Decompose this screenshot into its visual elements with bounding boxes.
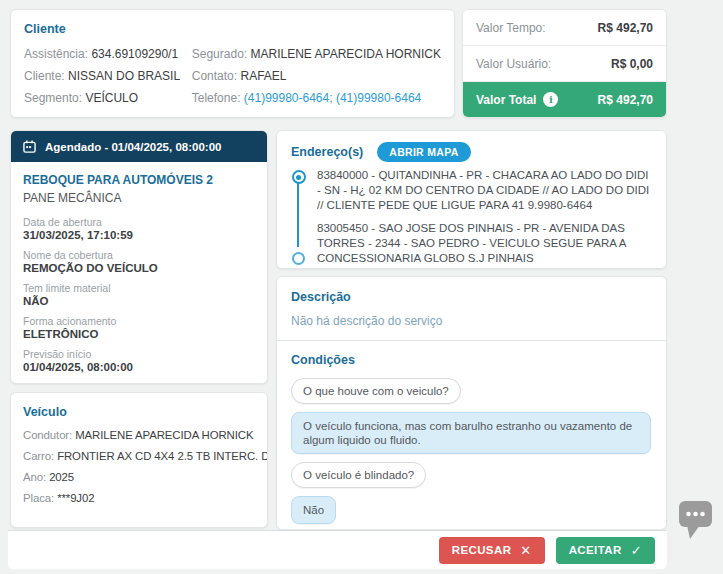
calendar-icon	[23, 140, 36, 153]
aceitar-button[interactable]: ACEITAR ✓	[556, 537, 655, 564]
chat-bubble-icon	[677, 499, 717, 541]
nome-cobertura-field: Nome da cobertura REMOÇÃO DO VEÍCULO	[23, 249, 255, 274]
valor-total-value: R$ 492,70	[598, 93, 653, 107]
ano-field: Ano: 2025	[23, 467, 255, 488]
enderecos-title: Endereço(s)	[291, 145, 363, 159]
assistencia-field: Assistência: 634.69109290/1	[24, 43, 192, 65]
servico-nome: REBOQUE PARA AUTOMÓVEIS 2	[23, 173, 255, 187]
descricao-empty-text: Não há descrição do serviço	[291, 314, 652, 328]
condicao-answer-chip: O veículo funciona, mas com barulho estr…	[291, 412, 651, 454]
servico-tipo: PANE MECÂNICA	[23, 191, 255, 205]
valor-tempo-row: Valor Tempo: R$ 492,70	[463, 10, 666, 46]
recusar-button[interactable]: RECUSAR ✕	[439, 537, 545, 564]
forma-acionamento-field: Forma acionamento ELETRÔNICO	[23, 315, 255, 340]
chat-button[interactable]	[677, 499, 717, 541]
descricao-condicoes-card: Descrição Não há descrição do serviço Co…	[276, 276, 667, 530]
close-icon: ✕	[520, 543, 531, 558]
check-icon: ✓	[631, 543, 642, 558]
condicoes-section: Condições O que houve com o veiculo? O v…	[277, 341, 666, 530]
limite-material-field: Tem limite material NÃO	[23, 282, 255, 307]
condicao-question-chip: O veículo é blindado?	[291, 462, 426, 488]
condutor-field: Condutor: MARILENE APARECIDA HORNICK	[23, 425, 255, 446]
cliente-field: Cliente: NISSAN DO BRASIL	[24, 65, 192, 87]
destination-point-icon	[292, 252, 305, 265]
action-footer: RECUSAR ✕ ACEITAR ✓	[8, 530, 667, 569]
segurado-field: Segurado: MARILENE APARECIDA HORNICK	[192, 43, 441, 65]
cliente-card: Cliente Assistência: 634.69109290/1 Clie…	[10, 9, 455, 118]
condicao-question-chip: O que houve com o veiculo?	[291, 378, 461, 404]
valor-total-row: Valor Total i R$ 492,70	[463, 82, 666, 117]
destination-address-row: 83005450 - SAO JOSE DOS PINHAIS - PR - A…	[291, 221, 652, 266]
data-abertura-field: Data de abertura 31/03/2025, 17:10:59	[23, 216, 255, 241]
contato-field: Contato: RAFAEL	[192, 65, 441, 87]
valor-usuario-row: Valor Usuário: R$ 0,00	[463, 46, 666, 82]
cliente-title: Cliente	[24, 22, 441, 36]
telefone-link[interactable]: (41)99980-6464; (41)99980-6464	[244, 91, 421, 105]
veiculo-card: Veículo Condutor: MARILENE APARECIDA HOR…	[10, 392, 268, 528]
segmento-field: Segmento: VEÍCULO	[24, 87, 192, 109]
carro-field: Carro: FRONTIER AX CD 4X4 2.5 TB INTERC.…	[23, 446, 255, 467]
agendado-title: Agendado - 01/04/2025, 08:00:00	[45, 141, 221, 153]
enderecos-card: Endereço(s) ABRIR MAPA 83840000 - QUITAN…	[276, 130, 667, 269]
origin-address-text: 83840000 - QUITANDINHA - PR - CHACARA AO…	[317, 168, 652, 213]
placa-field: Placa: ***9J02	[23, 488, 255, 509]
previsao-inicio-field: Previsão início 01/04/2025, 08:00:00	[23, 348, 255, 373]
condicoes-title: Condições	[291, 353, 652, 367]
condicao-answer-chip: Não	[291, 496, 336, 524]
destination-address-text: 83005450 - SAO JOSE DOS PINHAIS - PR - A…	[317, 221, 652, 266]
info-icon[interactable]: i	[543, 92, 558, 107]
origin-point-icon	[292, 170, 306, 184]
veiculo-title: Veículo	[23, 405, 255, 419]
abrir-mapa-button[interactable]: ABRIR MAPA	[377, 142, 470, 162]
agendado-header: Agendado - 01/04/2025, 08:00:00	[11, 131, 267, 162]
origin-address-row: 83840000 - QUITANDINHA - PR - CHACARA AO…	[291, 168, 652, 213]
telefone-field: Telefone: (41)99980-6464; (41)99980-6464	[192, 87, 441, 109]
valor-total-label: Valor Total	[476, 93, 536, 107]
servico-card: Agendado - 01/04/2025, 08:00:00 REBOQUE …	[10, 130, 268, 384]
descricao-section: Descrição Não há descrição do serviço	[277, 277, 666, 341]
valores-card: Valor Tempo: R$ 492,70 Valor Usuário: R$…	[462, 9, 667, 118]
descricao-title: Descrição	[291, 290, 652, 304]
